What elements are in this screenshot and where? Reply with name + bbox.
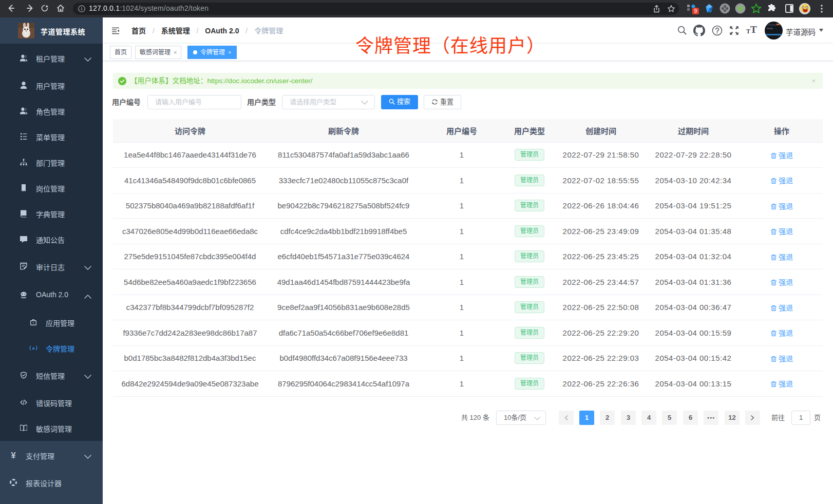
svg-text:¥: ¥ — [11, 451, 16, 459]
svg-text:a: a — [32, 346, 35, 351]
